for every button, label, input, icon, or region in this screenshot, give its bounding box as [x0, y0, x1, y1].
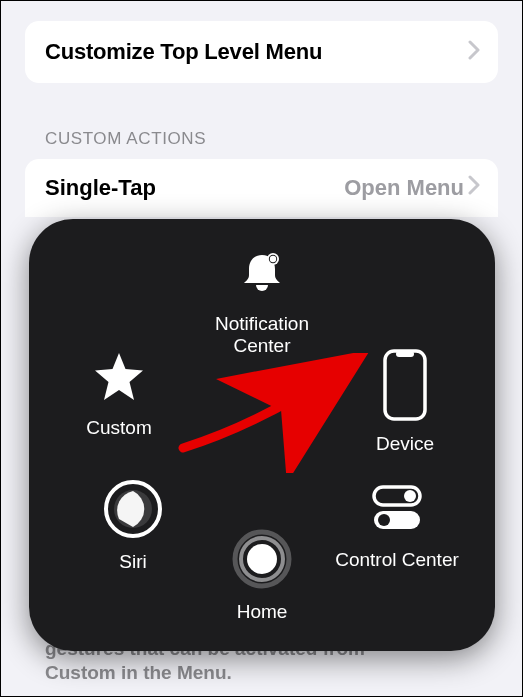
menu-item-label: Custom	[86, 417, 151, 439]
svg-rect-3	[385, 351, 425, 419]
menu-item-siri[interactable]: Siri	[63, 479, 203, 573]
menu-item-label: Control Center	[335, 549, 459, 571]
footer-line-2: Custom in the Menu.	[45, 662, 232, 683]
chevron-right-icon	[468, 175, 480, 201]
menu-item-device[interactable]: Device	[335, 349, 475, 455]
star-icon	[91, 349, 147, 409]
menu-item-control-center[interactable]: Control Center	[327, 479, 467, 571]
customize-top-level-label: Customize Top Level Menu	[45, 39, 322, 65]
menu-item-label: Siri	[119, 551, 146, 573]
home-button-icon	[232, 529, 292, 593]
svg-point-13	[247, 544, 277, 574]
menu-item-label: Home	[237, 601, 288, 623]
device-icon	[383, 349, 427, 425]
chevron-right-icon	[468, 40, 480, 64]
control-center-icon	[368, 479, 426, 541]
menu-item-label: Notification Center	[192, 313, 332, 357]
assistivetouch-menu: Notification Center Custom Device	[29, 219, 495, 651]
custom-actions-header: CUSTOM ACTIONS	[45, 129, 498, 149]
siri-icon	[103, 479, 163, 543]
menu-item-label: Device	[376, 433, 434, 455]
menu-item-home[interactable]: Home	[192, 529, 332, 623]
svg-point-2	[270, 256, 276, 262]
single-tap-label: Single-Tap	[45, 175, 156, 201]
svg-point-8	[404, 490, 416, 502]
svg-rect-4	[396, 351, 414, 357]
svg-point-10	[378, 514, 390, 526]
bell-icon	[236, 249, 288, 305]
menu-item-custom[interactable]: Custom	[49, 349, 189, 439]
menu-item-notification-center[interactable]: Notification Center	[192, 249, 332, 357]
customize-top-level-row[interactable]: Customize Top Level Menu	[25, 21, 498, 83]
single-tap-row[interactable]: Single-Tap Open Menu	[25, 159, 498, 217]
single-tap-value: Open Menu	[344, 175, 464, 201]
